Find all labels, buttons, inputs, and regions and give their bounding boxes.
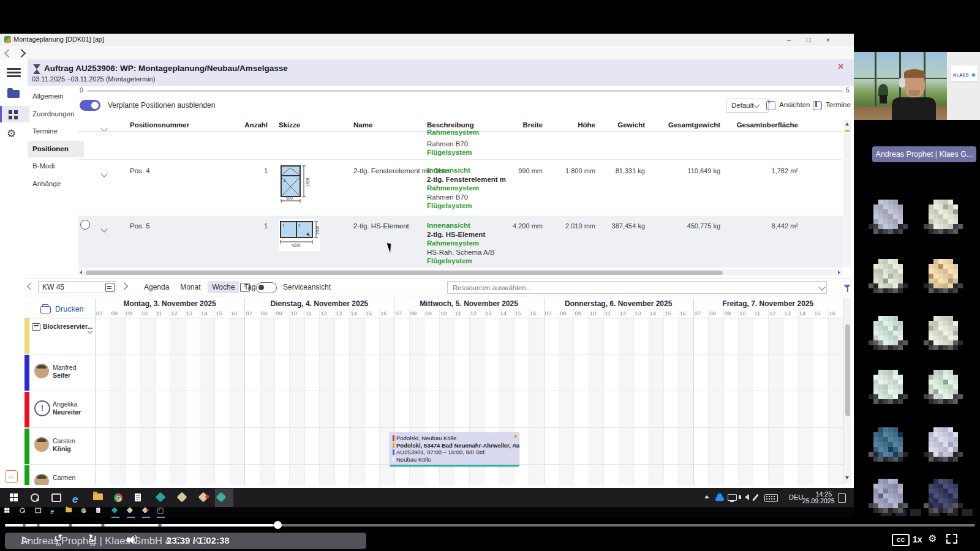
view-tab-monat[interactable]: Monat (176, 281, 205, 293)
forward-10-button[interactable]: ↻10 (86, 533, 99, 547)
onedrive-icon[interactable] (715, 496, 724, 501)
progress-played-segment[interactable] (72, 524, 102, 527)
klaes-app-icon[interactable] (111, 508, 118, 513)
progress-played-segment[interactable] (161, 524, 274, 527)
display-icon[interactable] (728, 494, 737, 501)
termine-button[interactable]: Termine (826, 101, 851, 108)
serviceansicht-toggle[interactable] (256, 282, 277, 293)
projects-icon[interactable] (7, 90, 20, 98)
notepad-icon[interactable] (132, 492, 147, 507)
settings-gear-icon[interactable]: ⚙ (928, 533, 937, 544)
start-icon[interactable] (4, 508, 10, 513)
table-row[interactable]: Pos. 41 2 1800 990 2-tlg. Fensterelement… (78, 160, 843, 216)
keyboard-icon[interactable] (764, 494, 778, 502)
week-input[interactable] (38, 281, 116, 293)
progress-played-segment[interactable] (104, 524, 159, 527)
appointment-card[interactable]: Podolski, Neubau KöllePodolski, 53474 Ba… (390, 432, 519, 467)
klaes-app-icon[interactable] (127, 508, 134, 513)
close-order-icon[interactable]: × (838, 61, 843, 72)
search-icon[interactable] (28, 492, 43, 507)
scheduler-vscrollbar-thumb[interactable] (845, 324, 850, 416)
action-center-icon[interactable] (838, 493, 846, 503)
sidebar-item-anhnge[interactable]: Anhänge (28, 176, 84, 192)
default-dropdown[interactable]: Default (726, 99, 769, 113)
print-button[interactable]: Drucken (55, 305, 84, 313)
maximize-button[interactable]: □ (804, 36, 813, 44)
modules-icon[interactable] (9, 110, 12, 114)
clock[interactable]: 14:25 25.09.2025 (802, 491, 832, 504)
table-vscrollbar[interactable] (843, 120, 851, 267)
sidebar-item-allgemein[interactable]: Allgemein (28, 88, 84, 105)
row-expand-icon[interactable] (102, 168, 107, 179)
klaes-active-app-icon[interactable] (215, 489, 233, 507)
hide-planned-toggle[interactable] (80, 100, 100, 111)
rewind-10-button[interactable]: ↺10 (51, 533, 65, 547)
explorer-icon[interactable] (91, 492, 105, 507)
edge-icon[interactable]: e (50, 508, 56, 513)
edge-icon[interactable]: e (70, 492, 85, 507)
view-tab-agenda[interactable]: Agenda (140, 281, 173, 293)
fullscreen-button[interactable] (946, 534, 957, 544)
scroll-left-icon[interactable] (80, 271, 82, 274)
progress-played-segment[interactable] (5, 524, 23, 527)
klaes-app-icon[interactable] (142, 508, 149, 513)
hour-label: 11 (156, 310, 162, 317)
event-expand-icon[interactable]: » (514, 442, 518, 449)
klaes-app-icon[interactable] (176, 492, 190, 507)
table-hscrollbar-thumb[interactable] (86, 271, 723, 275)
play-button[interactable]: ▷ (22, 533, 30, 546)
scroll-up-icon[interactable] (845, 122, 849, 126)
filter-icon[interactable] (843, 285, 851, 292)
sidebar-item-zuordnungen[interactable]: Zuordnungen (28, 106, 84, 122)
hour-line (529, 309, 529, 485)
sidebar-item-bmodi[interactable]: B-Modi (28, 158, 84, 174)
column-collapse-icon[interactable] (102, 122, 107, 133)
playback-rate-button[interactable]: 1x (913, 534, 922, 544)
resource-row[interactable]: !AngelikaNeureiter (24, 392, 95, 427)
zoom-slider[interactable] (87, 90, 843, 92)
tray-chevron-icon[interactable] (704, 495, 709, 498)
resources-input[interactable] (447, 281, 827, 294)
logout-icon[interactable] (5, 470, 18, 483)
volume-icon[interactable] (745, 494, 749, 500)
progress-scrubber[interactable] (274, 521, 282, 529)
klaes-app-icon[interactable] (154, 492, 169, 507)
participant-tile (869, 474, 908, 513)
klaes-app-icon[interactable] (197, 492, 212, 507)
scroll-right-icon[interactable] (838, 271, 840, 274)
explorer-icon[interactable] (65, 508, 72, 513)
progress-played-segment[interactable] (25, 524, 37, 527)
minimize-button[interactable]: – (785, 36, 793, 44)
row-expand-icon[interactable] (102, 223, 107, 234)
sidebar-item-termine[interactable]: Termine (28, 123, 84, 140)
table-row[interactable]: Pos. 51 1 2 2010 4200 2-tlg. HS-ElementI… (78, 216, 843, 268)
captions-button[interactable]: CC (892, 534, 910, 546)
task-view-icon[interactable] (49, 492, 64, 507)
menu-button[interactable] (0, 59, 28, 86)
hour-label: 08 (111, 310, 118, 317)
sidebar-item-positionen[interactable]: Positionen (28, 141, 84, 157)
close-button[interactable]: × (824, 36, 832, 44)
scroll-down-icon[interactable] (845, 476, 849, 479)
resource-row[interactable]: CarstenKönig (24, 429, 95, 464)
task-view-icon[interactable] (34, 508, 41, 513)
start-icon[interactable] (7, 492, 22, 507)
language-indicator[interactable]: DEU (789, 493, 803, 501)
resource-row[interactable]: ManfredSeifer (24, 355, 95, 391)
search-icon[interactable] (19, 508, 26, 513)
resource-collapse-icon[interactable] (88, 324, 92, 335)
view-tab-woche[interactable]: Woche (208, 281, 239, 293)
resource-row[interactable]: Blockreservier... (24, 318, 95, 354)
calendar-icon[interactable] (105, 283, 115, 292)
gear-icon[interactable]: ⚙ (7, 127, 16, 140)
chrome-icon[interactable] (111, 492, 126, 507)
notepad-icon[interactable] (96, 508, 102, 513)
ansichten-button[interactable]: Ansichten (779, 101, 810, 108)
expand-icon[interactable] (240, 283, 250, 292)
resource-row[interactable]: Carmen (24, 465, 95, 485)
progress-played-segment[interactable] (39, 524, 69, 527)
klaes-active-app-icon[interactable] (157, 508, 164, 513)
total-weight-value: 110,649 kg (653, 167, 720, 174)
chrome-icon[interactable] (80, 508, 87, 513)
day-separator (693, 298, 694, 485)
